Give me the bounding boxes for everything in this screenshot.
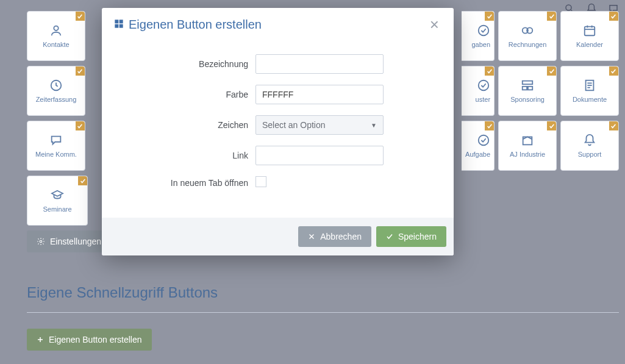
- tile-label: Aufgabe: [465, 151, 490, 158]
- modal-title-text: Eigenen Button erstellen: [129, 18, 262, 32]
- tile-gaben[interactable]: gaben: [462, 11, 495, 61]
- bell-icon: [583, 134, 596, 147]
- select-zeichen[interactable]: Select an Option ▼: [255, 115, 384, 135]
- clock-icon: [49, 79, 63, 92]
- tile-check-icon: [76, 121, 85, 130]
- settings-button-label: Einstellungen: [50, 237, 101, 246]
- create-own-button[interactable]: Eigenen Button erstellen: [27, 329, 152, 351]
- tile-check-icon: [609, 12, 618, 21]
- doc-icon: [583, 79, 596, 92]
- tile-meine-komm-[interactable]: Meine Komm.: [27, 121, 85, 171]
- tile-check-icon: [78, 176, 87, 185]
- svg-rect-26: [115, 24, 118, 27]
- tile-aufgabe[interactable]: Aufgabe: [462, 121, 495, 171]
- tile-label: Seminare: [43, 205, 71, 213]
- tile-check-icon: [485, 66, 494, 76]
- grid-icon: [114, 18, 124, 32]
- select-zeichen-placeholder: Select an Option: [262, 120, 326, 130]
- svg-rect-27: [120, 24, 123, 27]
- input-link[interactable]: [255, 146, 384, 165]
- tile-label: Meine Komm.: [35, 151, 77, 158]
- tile-label: Kalender: [576, 41, 603, 48]
- tile-check-icon: [485, 12, 494, 21]
- tile-check-icon: [609, 121, 618, 130]
- tile-sponsoring[interactable]: Sponsoring: [498, 66, 557, 116]
- close-icon[interactable]: ×: [427, 16, 441, 32]
- svg-rect-24: [115, 20, 118, 23]
- tile-kontakte[interactable]: Kontakte: [27, 11, 85, 61]
- modal-title: Eigenen Button erstellen: [114, 18, 262, 32]
- svg-point-19: [479, 135, 489, 146]
- create-own-button-label: Eigenen Button erstellen: [49, 335, 142, 344]
- section-title: Eigene Schnellzugriff Buttons: [27, 284, 619, 301]
- tile-label: Sponsoring: [510, 96, 545, 103]
- cancel-button[interactable]: Abbrechen: [298, 226, 371, 247]
- svg-rect-25: [120, 20, 123, 23]
- tile-label: AJ Industrie: [510, 151, 545, 158]
- input-farbe[interactable]: [255, 85, 384, 104]
- checkbox-newtab[interactable]: [255, 176, 266, 187]
- box-icon: [521, 134, 534, 147]
- save-button[interactable]: Speichern: [376, 226, 446, 247]
- divider: [27, 312, 619, 313]
- chat-icon: [49, 134, 63, 147]
- tile-check-icon: [485, 121, 494, 130]
- generic-icon: [477, 79, 490, 92]
- tile-uster[interactable]: uster: [462, 66, 495, 116]
- tile-check-icon: [547, 66, 556, 76]
- settings-button[interactable]: Einstellungen: [27, 230, 111, 252]
- svg-rect-13: [523, 87, 527, 90]
- calendar-icon: [583, 24, 596, 37]
- tile-dokumente[interactable]: Dokumente: [560, 66, 619, 116]
- tile-seminare[interactable]: Seminare: [27, 176, 88, 226]
- label-newtab: In neuem Tab öffnen: [114, 178, 255, 188]
- tile-kalender[interactable]: Kalender: [560, 11, 619, 61]
- tile-label: Zeiterfassung: [36, 96, 77, 103]
- eye-icon: [521, 24, 534, 37]
- svg-point-3: [479, 26, 489, 36]
- label-farbe: Farbe: [114, 90, 255, 99]
- tile-label: Rechnungen: [509, 41, 546, 48]
- tile-check-icon: [547, 121, 556, 130]
- cancel-button-label: Abbrechen: [320, 232, 362, 241]
- input-bezeichnung[interactable]: [255, 54, 384, 74]
- modal-footer: Abbrechen Speichern: [102, 218, 454, 255]
- svg-point-11: [479, 80, 489, 91]
- modal-header: Eigenen Button erstellen ×: [102, 8, 454, 40]
- label-zeichen: Zeichen: [114, 120, 255, 130]
- layout-icon: [521, 79, 534, 92]
- svg-rect-14: [528, 87, 532, 90]
- tile-label: gaben: [471, 41, 490, 48]
- create-button-modal: Eigenen Button erstellen × Bezeichnung F…: [102, 8, 454, 255]
- tile-label: Kontakte: [43, 41, 69, 48]
- label-bezeichnung: Bezeichnung: [114, 59, 255, 69]
- tile-support[interactable]: Support: [560, 121, 619, 171]
- tile-label: uster: [476, 96, 490, 103]
- svg-point-21: [40, 240, 42, 243]
- tile-check-icon: [609, 66, 618, 76]
- tile-aj-industrie[interactable]: AJ Industrie: [498, 121, 557, 171]
- grad-icon: [51, 188, 64, 202]
- label-link: Link: [114, 151, 255, 160]
- person-icon: [49, 24, 63, 37]
- modal-body: Bezeichnung Farbe Zeichen Select an Opti…: [102, 40, 454, 218]
- tile-rechnungen[interactable]: Rechnungen: [498, 11, 557, 61]
- chevron-down-icon: ▼: [371, 122, 377, 129]
- svg-rect-12: [523, 81, 533, 85]
- tile-label: Support: [578, 151, 602, 158]
- tile-check-icon: [547, 12, 556, 21]
- tile-label: Dokumente: [573, 96, 607, 103]
- save-button-label: Speichern: [398, 232, 437, 241]
- tile-zeiterfassung[interactable]: Zeiterfassung: [27, 66, 85, 116]
- generic-icon: [477, 24, 490, 37]
- svg-rect-6: [585, 27, 595, 36]
- tile-check-icon: [76, 66, 85, 76]
- tile-check-icon: [76, 12, 85, 21]
- generic-icon: [477, 134, 490, 147]
- svg-point-2: [54, 26, 58, 30]
